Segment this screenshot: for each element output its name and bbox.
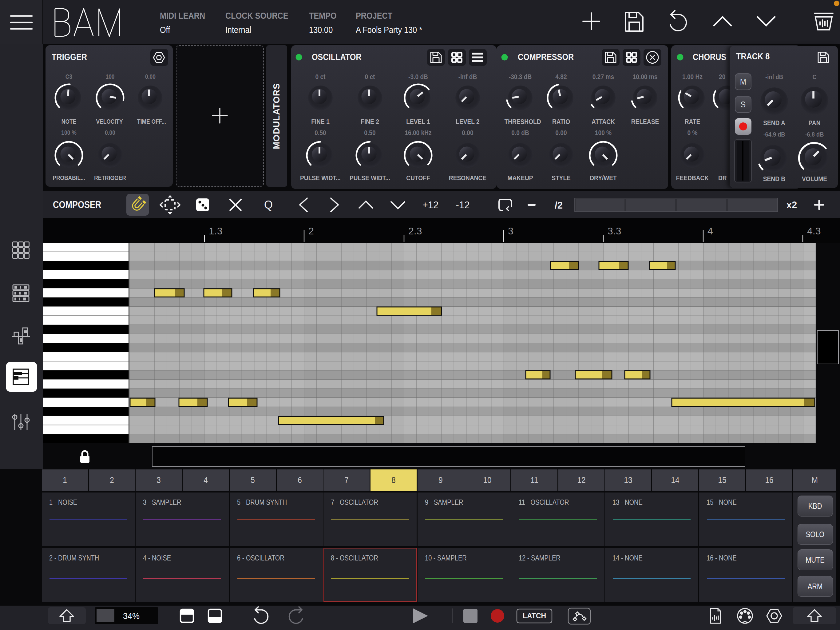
- svg-text:3: 3: [508, 225, 513, 237]
- svg-text:-12: -12: [456, 199, 470, 211]
- svg-text:LATCH: LATCH: [523, 612, 546, 620]
- svg-text:4.3: 4.3: [807, 225, 821, 237]
- svg-text:4: 4: [707, 225, 713, 237]
- svg-text:2.3: 2.3: [408, 225, 422, 237]
- svg-text:3.3: 3.3: [608, 225, 621, 237]
- svg-text:Q: Q: [264, 198, 273, 211]
- svg-text:1.3: 1.3: [209, 225, 222, 237]
- svg-text:2: 2: [308, 225, 314, 237]
- svg-text:34%: 34%: [123, 611, 140, 621]
- svg-text:/2: /2: [555, 200, 563, 211]
- svg-text:+12: +12: [422, 199, 439, 211]
- svg-text:x2: x2: [786, 199, 797, 211]
